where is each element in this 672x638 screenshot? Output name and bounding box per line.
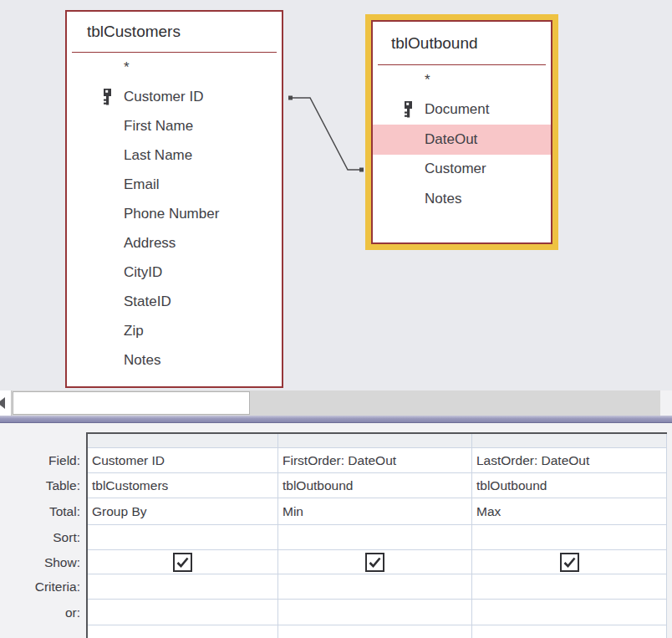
row-label-criteria: Criteria: [0,574,83,600]
table-card-tblcustomers[interactable]: tblCustomers * Customer ID First Name La… [65,10,283,388]
field-row-document[interactable]: Document [373,95,551,125]
grid-row-labels: Field: Table: Total: Sort: Show: Criteri… [0,448,83,625]
extra-cell-1[interactable] [88,625,278,638]
table-title[interactable]: tblCustomers [67,12,282,52]
field-cell-3[interactable]: LastOrder: DateOut [472,448,667,473]
field-label: Customer [425,161,486,177]
field-label: Document [425,101,489,118]
field-row-zip[interactable]: Zip [67,316,282,345]
field-label: Customer ID [124,89,203,105]
sort-cell-2[interactable] [278,525,472,550]
field-label: DateOut [425,131,477,148]
table-title[interactable]: tblOutbound [373,22,551,64]
extra-cell-2[interactable] [278,625,472,638]
field-label: CityID [124,264,162,281]
show-checkbox-3[interactable] [560,553,579,572]
or-cell-1[interactable] [88,600,278,625]
total-cell-2[interactable]: Min [278,498,472,525]
show-cell-3 [472,550,667,574]
field-row-asterisk[interactable]: * [67,53,282,82]
field-row-customer-id[interactable]: Customer ID [67,82,282,111]
criteria-cell-3[interactable] [472,574,667,600]
field-label: StateID [124,293,171,310]
field-label: Email [124,176,160,193]
pane-splitter[interactable] [0,416,672,423]
column-selector-1[interactable] [88,434,278,448]
table-card-tbloutbound[interactable]: tblOutbound * Document DateOut Customer … [371,20,552,244]
field-cell-1[interactable]: Customer ID [88,448,278,473]
design-grid-pane: Field: Table: Total: Sort: Show: Criteri… [0,423,672,638]
sort-cell-1[interactable] [88,525,278,550]
query-design-view: tblCustomers * Customer ID First Name La… [0,0,672,638]
scrollbar-corner [660,390,672,416]
field-cell-2[interactable]: FirstOrder: DateOut [278,448,472,473]
table-card-tbloutbound-selection-border[interactable]: tblOutbound * Document DateOut Customer … [365,14,558,250]
field-row-cityid[interactable]: CityID [67,258,282,287]
show-checkbox-1[interactable] [173,553,192,572]
criteria-cell-1[interactable] [88,574,278,600]
row-label-sort: Sort: [0,525,83,550]
field-row-customer[interactable]: Customer [373,155,551,185]
checkmark-icon [368,555,382,569]
show-cell-2 [278,550,472,574]
field-row-notes[interactable]: Notes [373,184,551,214]
field-row-dateout-highlighted[interactable]: DateOut [373,125,551,155]
checkmark-icon [176,555,190,569]
table-cell-1[interactable]: tblCustomers [88,473,278,498]
row-label-total: Total: [0,498,83,525]
scroll-left-button[interactable] [0,390,12,416]
show-checkbox-2[interactable] [365,553,384,572]
or-cell-2[interactable] [278,600,472,625]
diagram-pane: tblCustomers * Customer ID First Name La… [0,0,672,390]
field-label: First Name [124,118,193,135]
primary-key-icon [403,101,414,118]
field-row-address[interactable]: Address [67,228,282,258]
field-row-last-name[interactable]: Last Name [67,140,282,170]
extra-cell-3[interactable] [472,625,667,638]
field-row-stateid[interactable]: StateID [67,287,282,316]
table-cell-3[interactable]: tblOutbound [472,473,667,498]
row-label-field: Field: [0,448,83,473]
checkmark-icon [563,555,577,569]
total-cell-3[interactable]: Max [472,498,667,525]
table-cell-2[interactable]: tblOutbound [278,473,472,498]
row-label-or: or: [0,600,83,625]
scrollbar-thumb[interactable] [13,391,250,415]
column-selector-2[interactable] [278,434,472,448]
sort-cell-3[interactable] [472,525,667,550]
field-row-phone-number[interactable]: Phone Number [67,199,282,228]
horizontal-scrollbar [0,390,672,416]
field-label: Phone Number [124,206,219,222]
primary-key-icon [102,89,113,105]
field-row-email[interactable]: Email [67,170,282,199]
field-label: * [425,72,430,89]
field-label: Notes [124,352,160,369]
or-cell-3[interactable] [472,600,667,625]
row-label-show: Show: [0,550,83,574]
field-row-notes[interactable]: Notes [67,345,282,375]
field-row-first-name[interactable]: First Name [67,111,282,140]
field-label: Zip [124,323,144,339]
scroll-left-arrow-icon [0,397,5,409]
field-label: Notes [425,191,461,207]
total-cell-1[interactable]: Group By [88,498,278,525]
query-design-grid: Customer ID FirstOrder: DateOut LastOrde… [86,432,667,638]
criteria-cell-2[interactable] [278,574,472,600]
column-selector-3[interactable] [472,434,667,448]
field-label: Address [124,235,176,252]
row-label-table: Table: [0,473,83,498]
field-label: Last Name [124,147,192,164]
field-label: * [124,59,130,76]
show-cell-1 [88,550,278,574]
field-row-asterisk[interactable]: * [373,65,551,95]
